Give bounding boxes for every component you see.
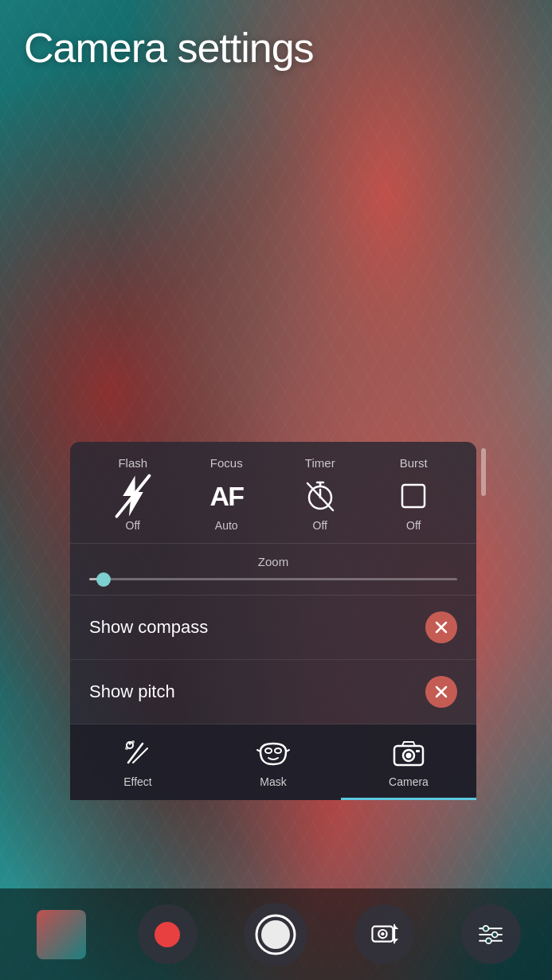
burst-control[interactable]: Burst Off xyxy=(374,456,453,532)
svg-line-9 xyxy=(133,748,147,763)
bottom-nav xyxy=(0,888,552,980)
gallery-thumb xyxy=(37,910,86,959)
flash-label-bottom: Off xyxy=(126,519,140,532)
tab-effect-label: Effect xyxy=(123,775,152,788)
zoom-slider-thumb[interactable] xyxy=(96,572,111,587)
gallery-button[interactable] xyxy=(31,904,91,964)
flip-camera-button[interactable] xyxy=(354,904,414,964)
tab-camera-label: Camera xyxy=(389,775,429,788)
flash-control[interactable]: Flash Off xyxy=(93,456,173,532)
svg-point-14 xyxy=(275,748,281,753)
show-pitch-row: Show pitch xyxy=(70,660,476,724)
show-compass-label: Show compass xyxy=(89,617,208,638)
close-icon xyxy=(434,685,448,699)
flash-icon xyxy=(115,478,151,514)
burst-icon xyxy=(395,478,432,514)
show-compass-toggle[interactable] xyxy=(425,611,457,643)
zoom-label: Zoom xyxy=(89,555,457,568)
camera-controls-row: Flash Off Focus AF Auto Timer xyxy=(70,442,476,544)
tab-mask[interactable]: Mask xyxy=(206,724,341,800)
svg-point-28 xyxy=(483,925,489,931)
timer-control[interactable]: Timer Off xyxy=(280,456,360,532)
panel-tabs: Effect Mask xyxy=(70,724,476,800)
effect-icon xyxy=(120,736,155,771)
timer-label-bottom: Off xyxy=(313,519,327,532)
svg-rect-18 xyxy=(416,750,420,752)
scrollbar-track[interactable] xyxy=(480,442,487,824)
timer-label-top: Timer xyxy=(305,456,335,470)
show-pitch-toggle[interactable] xyxy=(425,676,457,708)
settings-panel: Flash Off Focus AF Auto Timer xyxy=(70,442,476,800)
page-title: Camera settings xyxy=(24,24,528,72)
flip-camera-icon xyxy=(370,919,400,950)
focus-label-bottom: Auto xyxy=(215,519,238,532)
burst-label-bottom: Off xyxy=(406,519,421,532)
svg-point-23 xyxy=(381,931,384,935)
zoom-section: Zoom xyxy=(70,544,476,595)
svg-point-29 xyxy=(492,931,498,937)
focus-af-icon: AF xyxy=(208,478,245,514)
camera-icon xyxy=(391,736,426,771)
record-dot xyxy=(155,922,180,947)
svg-point-20 xyxy=(261,920,290,949)
capture-icon xyxy=(252,911,299,959)
scrollbar-thumb[interactable] xyxy=(481,448,486,496)
settings-sliders-icon xyxy=(476,919,506,950)
focus-control[interactable]: Focus AF Auto xyxy=(186,456,266,532)
svg-point-13 xyxy=(265,748,272,753)
svg-point-30 xyxy=(486,938,491,943)
tab-mask-label: Mask xyxy=(260,775,286,788)
show-compass-row: Show compass xyxy=(70,595,476,660)
svg-point-17 xyxy=(406,753,412,759)
zoom-slider-track[interactable] xyxy=(89,578,457,580)
settings-button[interactable] xyxy=(461,904,521,964)
flash-label-top: Flash xyxy=(118,456,147,470)
burst-label-top: Burst xyxy=(400,456,428,470)
timer-icon xyxy=(302,478,339,514)
close-icon xyxy=(434,620,448,634)
show-pitch-label: Show pitch xyxy=(89,681,175,702)
focus-label-top: Focus xyxy=(210,456,243,470)
svg-point-11 xyxy=(125,747,128,750)
tab-effect[interactable]: Effect xyxy=(70,724,206,800)
svg-rect-3 xyxy=(402,485,425,507)
record-button[interactable] xyxy=(138,904,198,964)
svg-point-12 xyxy=(131,740,135,744)
tab-camera[interactable]: Camera xyxy=(341,724,476,800)
mask-icon xyxy=(256,736,291,771)
capture-button[interactable] xyxy=(244,903,307,966)
